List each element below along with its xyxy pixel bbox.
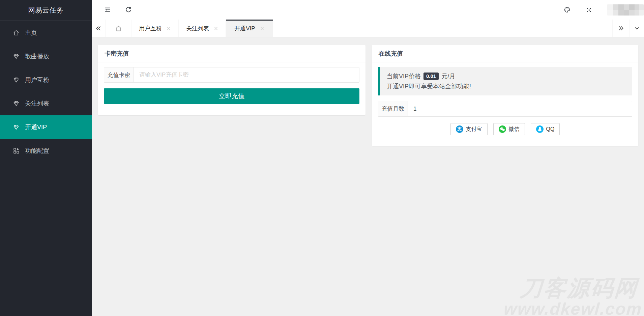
close-icon[interactable] xyxy=(214,26,218,31)
months-label: 充值月数 xyxy=(378,101,408,116)
recharge-now-button[interactable]: 立即充值 xyxy=(104,88,359,104)
sidebar: 网易云任务 主页 歌曲播放 用户互粉 关注列表 xyxy=(0,0,92,316)
sidebar-item-home[interactable]: 主页 xyxy=(0,21,92,45)
sidebar-item-label: 开通VIP xyxy=(25,123,47,131)
sidebar-item-follow-list[interactable]: 关注列表 xyxy=(0,92,92,115)
close-icon[interactable] xyxy=(260,26,264,31)
wechat-icon xyxy=(499,125,506,133)
tab-open-vip[interactable]: 开通VIP xyxy=(226,20,273,37)
pay-label: QQ xyxy=(546,126,555,132)
notice-line1: 当前VIP价格0.01元/月 xyxy=(387,71,625,81)
sidebar-menu: 主页 歌曲播放 用户互粉 关注列表 开通VIP xyxy=(0,21,92,163)
watermark: 刀客源码网 www.dkewl.com xyxy=(504,277,642,316)
content-area: 刀客源码网 www.dkewl.com 卡密充值 充值卡密 立即充值 在线充值 … xyxy=(92,37,644,316)
card-title: 在线充值 xyxy=(372,45,638,62)
sidebar-item-label: 歌曲播放 xyxy=(25,52,49,60)
qq-icon xyxy=(536,125,544,133)
notice-prefix: 当前VIP价格 xyxy=(387,73,421,80)
home-icon xyxy=(13,29,20,36)
tabbar: 用户互粉 关注列表 开通VIP xyxy=(92,20,644,37)
sidebar-item-label: 功能配置 xyxy=(25,147,49,155)
price-badge: 0.01 xyxy=(423,73,439,80)
tabs-scroll-left-button[interactable] xyxy=(92,20,105,37)
notice-line2: 开通VIP即可享受本站全部功能! xyxy=(387,81,625,91)
tab-follow-list[interactable]: 关注列表 xyxy=(179,20,226,37)
months-row: 充值月数 xyxy=(378,101,632,117)
topbar xyxy=(92,0,644,20)
card-online-recharge: 在线充值 当前VIP价格0.01元/月 开通VIP即可享受本站全部功能! 充值月… xyxy=(372,45,638,146)
tab-label: 开通VIP xyxy=(234,25,255,32)
pay-label: 微信 xyxy=(509,126,520,133)
card-title: 卡密充值 xyxy=(98,45,365,62)
app-title: 网易云任务 xyxy=(0,0,92,21)
blurred-username[interactable] xyxy=(607,4,644,16)
gem-icon xyxy=(13,77,20,83)
gem-icon xyxy=(13,53,20,60)
sidebar-item-label: 关注列表 xyxy=(25,99,49,108)
sidebar-item-label: 用户互粉 xyxy=(25,76,49,84)
alipay-icon: 支 xyxy=(456,125,463,133)
gem-icon xyxy=(13,124,20,131)
gem-icon xyxy=(13,100,20,107)
watermark-line2: www.dkewl.com xyxy=(503,300,643,316)
collapse-menu-icon[interactable] xyxy=(104,6,111,13)
sidebar-item-song-play[interactable]: 歌曲播放 xyxy=(0,45,92,68)
recharge-key-row: 充值卡密 xyxy=(104,67,359,83)
wechat-button[interactable]: 微信 xyxy=(493,123,525,135)
qq-button[interactable]: QQ xyxy=(531,123,560,135)
payment-methods: 支 支付宝 微信 QQ xyxy=(378,123,632,135)
tab-mutual-follow[interactable]: 用户互粉 xyxy=(131,20,179,37)
vip-price-notice: 当前VIP价格0.01元/月 开通VIP即可享受本站全部功能! xyxy=(378,67,632,95)
sidebar-item-feature-config[interactable]: 功能配置 xyxy=(0,139,92,163)
sidebar-item-mutual-follow[interactable]: 用户互粉 xyxy=(0,68,92,92)
tabs-menu-button[interactable] xyxy=(629,20,644,37)
watermark-line1: 刀客源码网 xyxy=(503,277,643,299)
card-key-recharge: 卡密充值 充值卡密 立即充值 xyxy=(98,45,365,115)
tab-label: 用户互粉 xyxy=(139,25,162,32)
months-input[interactable] xyxy=(408,101,632,116)
sidebar-item-open-vip[interactable]: 开通VIP xyxy=(0,115,92,139)
recharge-key-label: 充值卡密 xyxy=(104,67,134,82)
tab-home[interactable] xyxy=(105,20,131,37)
sidebar-item-label: 主页 xyxy=(25,29,37,37)
notice-suffix: 元/月 xyxy=(441,73,455,80)
close-icon[interactable] xyxy=(167,26,171,31)
refresh-icon[interactable] xyxy=(125,6,132,13)
tab-label: 关注列表 xyxy=(186,25,209,32)
component-icon xyxy=(13,147,20,154)
pay-label: 支付宝 xyxy=(466,126,482,133)
tabbar-spacer xyxy=(273,20,612,37)
recharge-key-input[interactable] xyxy=(134,67,359,82)
theme-palette-icon[interactable] xyxy=(563,6,571,13)
alipay-button[interactable]: 支 支付宝 xyxy=(450,123,488,135)
tabs-scroll-right-button[interactable] xyxy=(612,20,629,37)
fullscreen-icon[interactable] xyxy=(586,7,592,13)
